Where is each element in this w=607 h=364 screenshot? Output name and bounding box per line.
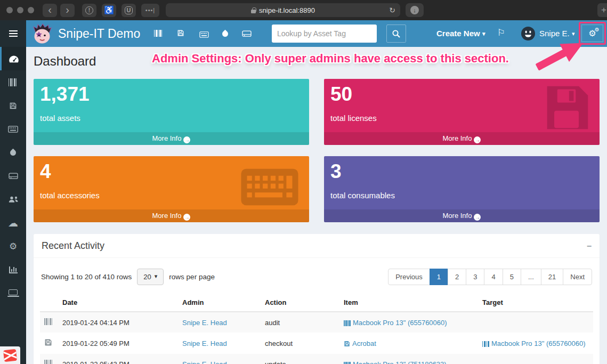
nav-components-link[interactable]: [242, 30, 252, 39]
asset-tag-search-input[interactable]: [272, 25, 377, 43]
address-bar[interactable]: snipe-it.local:8890 ↻: [166, 3, 400, 17]
sidebar-item-accessories[interactable]: [0, 117, 26, 141]
column-header-admin[interactable]: Admin: [178, 294, 261, 312]
pagination-page-2[interactable]: 2: [448, 269, 466, 285]
sidebar-item-licenses[interactable]: [0, 94, 26, 117]
arrow-right-icon: →: [474, 136, 481, 143]
sidebar-item-requestable[interactable]: [0, 281, 26, 305]
accessibility-button[interactable]: ♿: [102, 4, 116, 17]
sidebar-item-settings[interactable]: ⚙: [0, 234, 26, 258]
close-window-button[interactable]: [6, 7, 13, 13]
item-link[interactable]: Macbook Pro 13" (655760060): [344, 319, 447, 327]
table-row: 2019-01-22 05:49 PM Snipe E. Head checko…: [40, 333, 593, 354]
floppy-icon: [44, 338, 52, 346]
create-new-dropdown[interactable]: Create New ▾: [436, 20, 485, 47]
barcode-icon: [44, 360, 52, 364]
stat-box-total-licenses: 50 total licenses More Info→: [324, 79, 600, 145]
downloads-button[interactable]: ↓: [406, 3, 424, 17]
top-navbar: Snipe-IT Demo Create New ▾ ⚐: [26, 20, 607, 47]
pagination-next[interactable]: Next: [563, 269, 592, 285]
sidebar-item-import[interactable]: ☁: [0, 211, 26, 234]
drive-icon: [242, 30, 252, 37]
chevron-down-icon: ▾: [155, 273, 158, 280]
more-tools-button[interactable]: •••|: [141, 4, 159, 17]
sidebar-item-reports[interactable]: [0, 258, 26, 281]
sidebar-item-dashboard[interactable]: [0, 47, 26, 70]
more-info-link[interactable]: More Info→: [34, 132, 309, 145]
column-header-icon[interactable]: [40, 294, 58, 312]
nav-consumables-link[interactable]: [222, 29, 228, 39]
target-link[interactable]: Macbook Pro 13" (655760060): [482, 339, 586, 347]
admin-link[interactable]: Snipe E. Head: [182, 319, 227, 327]
new-tab-button[interactable]: +: [597, 3, 607, 17]
flag-icon[interactable]: ⚐: [497, 27, 505, 38]
table-row: 2019-01-22 05:43 PM Snipe E. Head update…: [40, 354, 593, 364]
app-title[interactable]: Snipe-IT Demo: [58, 20, 140, 47]
search-button[interactable]: [386, 25, 406, 43]
sidebar-toggle-button[interactable]: [0, 20, 26, 47]
pagination-page-5[interactable]: 5: [503, 269, 521, 285]
pagination-ellipsis[interactable]: ...: [521, 269, 541, 285]
nav-accessories-link[interactable]: [199, 30, 209, 40]
cloud-download-icon: ☁: [8, 218, 18, 228]
cell-date: 2019-01-22 05:43 PM: [58, 354, 178, 364]
app-window: ☁ ⚙ Snipe-IT Demo: [0, 20, 607, 364]
snipeit-logo[interactable]: [31, 23, 53, 44]
stat-box-total-consumables: 3 total consumables More Info→: [324, 156, 600, 222]
ublock-icon: U: [125, 6, 133, 14]
back-button[interactable]: ‹: [43, 4, 57, 17]
more-info-link[interactable]: More Info→: [34, 209, 309, 222]
pagination-page-4[interactable]: 4: [484, 269, 503, 285]
stats-grid: 1,371 total assets More Info→ 50 total l…: [34, 79, 600, 222]
zoom-window-button[interactable]: [28, 7, 34, 13]
stat-label: total licenses: [330, 114, 593, 123]
minimize-window-button[interactable]: [17, 7, 23, 13]
page-size-dropdown[interactable]: 20▾: [137, 269, 164, 285]
barcode-icon: [154, 30, 162, 37]
annotation-arrow-icon: [533, 37, 588, 72]
nav-licenses-link[interactable]: [177, 29, 184, 39]
bar-chart-icon: [9, 266, 18, 273]
sidebar-item-components[interactable]: [0, 164, 26, 188]
lock-icon: [251, 7, 256, 13]
panel-title: Recent Activity: [42, 240, 104, 252]
sidebar-item-consumables[interactable]: [0, 141, 26, 164]
forward-button[interactable]: ›: [60, 4, 75, 17]
stat-value: 50: [330, 83, 593, 106]
pagination-page-3[interactable]: 3: [466, 269, 484, 285]
cell-target: [478, 312, 593, 333]
item-link[interactable]: Macbook Pro 13" (751180633): [344, 360, 447, 364]
reload-icon[interactable]: ↻: [389, 6, 395, 14]
stat-value: 4: [40, 160, 303, 183]
column-header-date[interactable]: Date: [58, 294, 178, 312]
browser-chrome: ‹ › ! ♿ U •••| snipe-it.local:8890 ↻ ↓ +: [0, 0, 607, 20]
admin-link[interactable]: Snipe E. Head: [182, 339, 227, 347]
admin-link[interactable]: Snipe E. Head: [182, 360, 227, 364]
cell-action: checkout: [261, 333, 339, 354]
pagination-previous[interactable]: Previous: [388, 269, 430, 285]
item-link[interactable]: Acrobat: [344, 339, 376, 347]
pagination-page-21[interactable]: 21: [541, 269, 563, 285]
ublock-button[interactable]: U: [122, 4, 136, 17]
more-info-link[interactable]: More Info→: [324, 132, 600, 145]
column-header-item[interactable]: Item: [339, 294, 478, 312]
rows-per-page-label: rows per page: [169, 273, 215, 281]
collapse-panel-button[interactable]: −: [587, 241, 592, 251]
nav-assets-link[interactable]: [154, 29, 162, 39]
barcode-icon: [482, 341, 489, 347]
more-info-link[interactable]: More Info→: [324, 209, 600, 222]
url-text: snipe-it.local:8890: [259, 6, 315, 14]
sidebar-item-people[interactable]: [0, 188, 26, 211]
activity-table: Date Admin Action Item Target 2019-01-24…: [40, 294, 593, 364]
info-extension-button[interactable]: !: [82, 4, 96, 17]
pagination-page-1[interactable]: 1: [430, 269, 448, 285]
debugbar-toggle[interactable]: [0, 346, 20, 364]
stat-value: 1,371: [40, 83, 303, 106]
column-header-target[interactable]: Target: [478, 294, 593, 312]
arrow-right-icon: →: [474, 214, 481, 221]
window-controls[interactable]: [6, 7, 34, 13]
recent-activity-panel: Recent Activity − Showing 1 to 20 of 410…: [34, 234, 600, 364]
debugbar-icon: [3, 349, 17, 361]
sidebar-item-assets[interactable]: [0, 70, 26, 94]
column-header-action[interactable]: Action: [261, 294, 339, 312]
